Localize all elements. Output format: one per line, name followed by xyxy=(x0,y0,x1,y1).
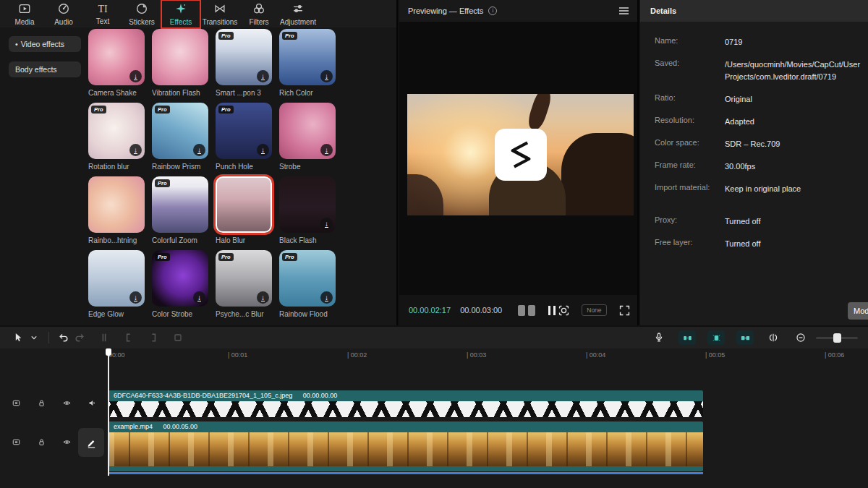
effect-label: Colorful Zoom xyxy=(152,236,208,244)
cover-icon[interactable] xyxy=(12,398,21,411)
effect-tile: ProColorful Zoom xyxy=(152,176,208,250)
effect-thumbnail[interactable]: Pro↓ xyxy=(216,103,272,159)
zoom-slider-knob[interactable] xyxy=(833,333,841,343)
chevron-down-icon[interactable] xyxy=(26,330,42,346)
delete-clip-icon[interactable] xyxy=(170,330,186,346)
sidebar-item-body-effects[interactable]: Body effects xyxy=(9,61,81,77)
filters-icon xyxy=(252,2,265,17)
video-stage xyxy=(399,22,637,295)
app-window: { "colors": { "accent": "#5fd3c7", "high… xyxy=(0,0,868,488)
download-icon[interactable]: ↓ xyxy=(320,218,333,230)
details-label: Color space: xyxy=(655,138,725,150)
lock-icon[interactable] xyxy=(37,398,46,411)
effect-thumbnail[interactable]: ↓ xyxy=(279,176,336,233)
download-icon[interactable]: ↓ xyxy=(320,144,333,156)
toolbar-item-media[interactable]: Media xyxy=(6,1,43,27)
video-clip[interactable]: example.mp4 00.00.05.00 xyxy=(109,421,703,474)
eye-icon[interactable] xyxy=(62,398,72,411)
download-icon[interactable]: ↓ xyxy=(320,70,333,82)
image-clip[interactable]: 6DFCA640-F633-4A3B-B1DB-DBA1BE291704_1_1… xyxy=(109,390,703,417)
cover-icon[interactable] xyxy=(12,437,21,450)
preview-panel: Previewing — Effects i 00.00.02:17 00.00… xyxy=(399,0,639,325)
auto-snap-toggle[interactable] xyxy=(707,330,725,345)
crop-ratio-dropdown[interactable]: None xyxy=(582,304,606,316)
effect-label: Vibration Flash xyxy=(152,89,208,97)
pause-button[interactable] xyxy=(548,306,556,315)
effect-label: Punch Hole xyxy=(216,163,272,171)
zoom-out-icon[interactable] xyxy=(793,330,809,346)
effect-tile: Pro↓Psyche...c Blur xyxy=(216,250,272,324)
magnetic-snap-toggle[interactable] xyxy=(678,330,696,345)
mute-icon[interactable] xyxy=(88,398,97,411)
record-voiceover-icon[interactable] xyxy=(651,330,667,346)
toolbar-item-transitions[interactable]: Transitions xyxy=(201,1,239,27)
sidebar-item-label: Body effects xyxy=(15,65,57,74)
download-icon[interactable]: ↓ xyxy=(193,291,205,304)
eye-icon[interactable] xyxy=(62,437,72,450)
toolbar-item-label: Transitions xyxy=(203,18,238,26)
track1-header xyxy=(12,398,97,411)
playhead[interactable] xyxy=(108,348,109,476)
effect-label: Rainbow Prism xyxy=(152,163,208,171)
effect-thumbnail[interactable]: Pro↓ xyxy=(279,29,336,85)
effect-thumbnail[interactable]: Pro↓ xyxy=(279,250,336,307)
pro-badge: Pro xyxy=(218,106,234,114)
sidebar-item-video-effects[interactable]: •Video effects xyxy=(9,36,81,52)
effect-thumbnail[interactable]: ↓ xyxy=(279,103,336,159)
toolbar-item-filters[interactable]: Filters xyxy=(240,1,278,27)
details-panel: Details Name:0719Saved:/Users/quocminh/M… xyxy=(640,0,868,325)
effect-thumbnail[interactable]: Pro↓ xyxy=(152,250,208,307)
details-row: Name:0719 xyxy=(655,36,868,48)
effect-thumbnail[interactable]: Pro↓ xyxy=(216,250,272,307)
select-tool-icon[interactable] xyxy=(10,330,26,346)
download-icon[interactable]: ↓ xyxy=(129,144,142,156)
download-icon[interactable]: ↓ xyxy=(257,144,269,156)
edit-track-button[interactable] xyxy=(78,428,104,457)
effect-thumbnail[interactable]: ↓ xyxy=(88,250,145,307)
fullscreen-icon[interactable] xyxy=(617,302,633,318)
video-frame[interactable] xyxy=(407,94,634,215)
effect-thumbnail[interactable]: Pro xyxy=(152,176,208,233)
toolbar-item-stickers[interactable]: Stickers xyxy=(123,1,161,27)
download-icon[interactable]: ↓ xyxy=(257,70,269,82)
toolbar-item-text[interactable]: TIText xyxy=(84,1,122,27)
split-clip-icon[interactable] xyxy=(96,330,112,346)
effect-thumbnail[interactable] xyxy=(88,176,145,233)
effect-thumbnail[interactable]: Pro↓ xyxy=(88,103,145,159)
playhead-handle[interactable] xyxy=(106,348,111,356)
zoom-slider[interactable] xyxy=(816,337,858,339)
menu-icon[interactable] xyxy=(619,7,629,14)
ruler-tick-label: | 00:06 xyxy=(825,351,844,359)
download-icon[interactable]: ↓ xyxy=(129,291,142,304)
timeline-ruler[interactable]: 00:00| 00:01| 00:02| 00:03| 00:04| 00:05… xyxy=(0,348,868,361)
preview-axis-icon[interactable] xyxy=(765,330,781,346)
undo-icon[interactable] xyxy=(56,330,72,346)
effect-thumbnail[interactable]: ↓ xyxy=(88,29,145,85)
effect-thumbnail[interactable] xyxy=(152,29,208,85)
toolbar-item-effects[interactable]: Effects xyxy=(162,1,200,27)
info-icon[interactable]: i xyxy=(488,7,497,15)
next-frame-button[interactable] xyxy=(528,305,535,316)
effect-thumbnail[interactable]: Pro↓ xyxy=(216,29,272,85)
download-icon[interactable]: ↓ xyxy=(129,70,142,82)
lock-icon[interactable] xyxy=(37,437,46,450)
download-icon[interactable]: ↓ xyxy=(320,291,333,304)
modify-button[interactable]: Modify xyxy=(848,302,868,320)
trim-right-icon[interactable] xyxy=(145,330,161,346)
text-icon: TI xyxy=(98,3,107,16)
redo-icon[interactable] xyxy=(72,330,88,346)
effect-thumbnail[interactable]: Pro↓ xyxy=(152,103,208,159)
snapshot-icon[interactable] xyxy=(556,302,571,318)
effect-thumbnail[interactable] xyxy=(216,176,272,233)
toolbar-item-adjustment[interactable]: Adjustment xyxy=(279,1,317,27)
trim-left-icon[interactable] xyxy=(121,330,137,346)
details-rows: Name:0719Saved:/Users/quocminh/Movies/Ca… xyxy=(640,22,868,250)
download-icon[interactable]: ↓ xyxy=(193,144,205,156)
selected-bullet: • xyxy=(15,40,18,48)
link-clips-toggle[interactable] xyxy=(736,330,754,345)
prev-frame-button[interactable] xyxy=(518,305,525,316)
toolbar-item-audio[interactable]: Audio xyxy=(45,1,82,27)
toolbar-item-label: Text xyxy=(96,17,109,25)
download-icon[interactable]: ↓ xyxy=(257,291,269,304)
toolbar-divider xyxy=(48,332,49,343)
